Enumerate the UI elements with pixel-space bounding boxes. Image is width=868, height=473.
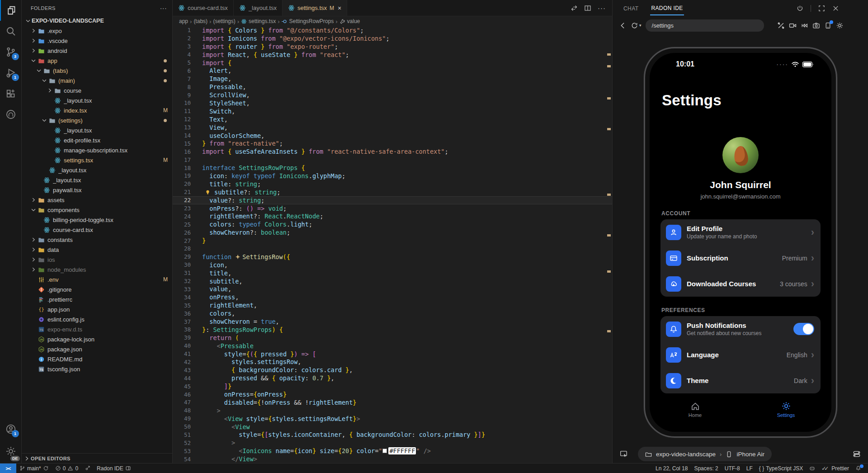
run-debug-icon[interactable]: 1 bbox=[0, 62, 22, 83]
tab-radon-ide[interactable]: RADON IDE bbox=[650, 1, 684, 15]
tree-item-eslint-config-js[interactable]: eslint.config.js bbox=[22, 314, 172, 324]
code-line-37[interactable]: 37 showChevron = true, bbox=[173, 317, 612, 326]
avatar[interactable] bbox=[722, 137, 759, 173]
code-line-40[interactable]: 40 <Pressable bbox=[173, 342, 612, 350]
tree-item-readme-md[interactable]: iREADME.md bbox=[22, 354, 172, 364]
push-notifications-toggle[interactable] bbox=[793, 323, 814, 335]
tree-item-package-lock-json[interactable]: JSpackage-lock.json bbox=[22, 334, 172, 344]
code-line-9[interactable]: 9 ScrollView, bbox=[173, 91, 612, 99]
code-line-29[interactable]: 29function SettingsRow({ bbox=[173, 253, 612, 261]
tree-item-package-json[interactable]: JSpackage.json bbox=[22, 344, 172, 354]
search-icon[interactable] bbox=[0, 21, 22, 42]
breadcrumb-app[interactable]: app bbox=[179, 18, 188, 24]
code-line-51[interactable]: 51 style={[styles.iconContainer, { backg… bbox=[173, 431, 612, 439]
indentation[interactable]: Spaces: 2 bbox=[691, 464, 721, 473]
tab-course-card[interactable]: course-card.tsx bbox=[173, 0, 234, 16]
code-line-30[interactable]: 30 icon, bbox=[173, 261, 612, 269]
tree-item-app[interactable]: app bbox=[22, 56, 172, 66]
tree-item--main-[interactable]: (main) bbox=[22, 76, 172, 85]
tree-item-ios[interactable]: ios bbox=[22, 255, 172, 265]
tree-item--vscode[interactable]: .vscode bbox=[22, 36, 172, 46]
tree-item-assets[interactable]: assets bbox=[22, 195, 172, 205]
tree-item-app-json[interactable]: {}app.json bbox=[22, 304, 172, 314]
formatter-status[interactable]: ✓✓Prettier bbox=[818, 464, 852, 473]
device-selector[interactable]: expo-video-landscape › iPhone Air bbox=[638, 447, 772, 461]
tree-item-course-card-tsx[interactable]: course-card.tsx bbox=[22, 225, 172, 235]
device-status-icon[interactable] bbox=[824, 22, 832, 29]
code-line-28[interactable]: 28 bbox=[173, 245, 612, 253]
more-actions-icon[interactable]: ··· bbox=[598, 4, 606, 12]
code-line-31[interactable]: 31 title, bbox=[173, 269, 612, 277]
code-line-52[interactable]: 52 > bbox=[173, 439, 612, 447]
settings-row-theme[interactable]: ThemeDark› bbox=[660, 368, 821, 393]
eol-sequence[interactable]: LF bbox=[743, 464, 756, 473]
github-icon[interactable] bbox=[0, 104, 22, 125]
code-line-22[interactable]: 22 value?: string; bbox=[173, 196, 612, 204]
screenshot-icon[interactable] bbox=[812, 22, 820, 29]
settings-row-downloaded-courses[interactable]: Downloaded Courses3 courses› bbox=[660, 271, 821, 297]
tree-item--layout-tsx[interactable]: _layout.tsx bbox=[22, 165, 172, 175]
code-line-46[interactable]: 46 onPress={onPress} bbox=[173, 390, 612, 398]
code-line-47[interactable]: 47 disabled={!onPress && !rightElement} bbox=[173, 398, 612, 407]
code-line-34[interactable]: 34 onPress, bbox=[173, 293, 612, 301]
tree-item-settings-tsx[interactable]: settings.tsxM bbox=[22, 155, 172, 165]
replay-icon[interactable] bbox=[801, 22, 808, 29]
language-mode[interactable]: { }TypeScript JSX bbox=[756, 464, 806, 473]
code-line-4[interactable]: 4import React, { useState } from "react"… bbox=[173, 51, 612, 59]
inspect-pointer-icon[interactable] bbox=[620, 450, 628, 458]
code-line-18[interactable]: 18interface SettingsRowProps { bbox=[173, 164, 612, 172]
close-tab-icon[interactable]: × bbox=[338, 5, 341, 12]
code-line-19[interactable]: 19 icon: keyof typeof Ionicons.glyphMap; bbox=[173, 172, 612, 180]
close-panel-icon[interactable] bbox=[832, 5, 839, 12]
device-settings-icon[interactable] bbox=[853, 450, 861, 458]
tab-layout[interactable]: _layout.tsx bbox=[234, 0, 283, 16]
tree-root[interactable]: EXPO-VIDEO-LANDSCAPE bbox=[22, 16, 172, 26]
tree-item--layout-tsx[interactable]: _layout.tsx bbox=[22, 175, 172, 185]
code-line-33[interactable]: 33 value, bbox=[173, 285, 612, 293]
code-line-6[interactable]: 6 Alert, bbox=[173, 66, 612, 75]
open-changes-icon[interactable] bbox=[571, 5, 578, 12]
encoding[interactable]: UTF-8 bbox=[722, 464, 743, 473]
code-line-3[interactable]: 3import { router } from "expo-router"; bbox=[173, 43, 612, 51]
tree-item--layout-tsx[interactable]: _layout.tsx bbox=[22, 95, 172, 105]
account-icon[interactable]: 1 bbox=[0, 419, 22, 440]
code-area[interactable]: 1import { Colors } from "@/constants/Col… bbox=[173, 26, 612, 463]
code-line-12[interactable]: 12 Text, bbox=[173, 115, 612, 123]
remote-indicator[interactable]: >< bbox=[0, 464, 16, 473]
code-line-20[interactable]: 20 title: string; bbox=[173, 180, 612, 188]
code-line-43[interactable]: 43 { backgroundColor: colors.card }, bbox=[173, 366, 612, 374]
phone-screen[interactable]: 10:01 ···· Settings John Squirrel john.s… bbox=[650, 53, 831, 432]
tree-item-billing-period-toggle-tsx[interactable]: billing-period-toggle.tsx bbox=[22, 215, 172, 225]
radon-ide-status[interactable]: Radon IDE bbox=[94, 464, 134, 473]
code-line-5[interactable]: 5import { bbox=[173, 59, 612, 67]
folders-more-icon[interactable]: ··· bbox=[160, 5, 167, 12]
phone-tab-home[interactable]: Home bbox=[650, 401, 741, 425]
tree-item-data[interactable]: data bbox=[22, 245, 172, 255]
tree-item--tabs-[interactable]: (tabs) bbox=[22, 66, 172, 76]
settings-row-subscription[interactable]: SubscriptionPremium› bbox=[660, 245, 821, 271]
code-line-1[interactable]: 1import { Colors } from "@/constants/Col… bbox=[173, 26, 612, 34]
code-line-32[interactable]: 32 subtitle, bbox=[173, 277, 612, 285]
code-line-21[interactable]: 21subtitle?: string; bbox=[173, 188, 612, 196]
code-line-23[interactable]: 23 onPress?: () => void; bbox=[173, 204, 612, 213]
code-line-39[interactable]: 39 return ( bbox=[173, 334, 612, 342]
code-line-25[interactable]: 25 colors: typeof Colors.light; bbox=[173, 220, 612, 228]
tree-item-android[interactable]: android bbox=[22, 46, 172, 56]
code-line-7[interactable]: 7 Image, bbox=[173, 75, 612, 83]
tree-item-constants[interactable]: constants bbox=[22, 235, 172, 245]
tab-chat[interactable]: CHAT bbox=[623, 1, 639, 15]
code-line-24[interactable]: 24 rightElement?: React.ReactNode; bbox=[173, 212, 612, 220]
code-line-17[interactable]: 17 bbox=[173, 156, 612, 164]
fullscreen-icon[interactable] bbox=[818, 5, 825, 12]
tree-item--expo[interactable]: .expo bbox=[22, 26, 172, 36]
power-icon[interactable] bbox=[797, 5, 803, 12]
copilot-icon[interactable] bbox=[806, 464, 818, 473]
code-line-27[interactable]: 27} bbox=[173, 236, 612, 245]
problems-indicator[interactable]: 0 0 bbox=[52, 464, 81, 473]
code-line-42[interactable]: 42 styles.settingsRow, bbox=[173, 358, 612, 366]
code-line-49[interactable]: 49 <View style={styles.settingsRowLeft}> bbox=[173, 415, 612, 423]
code-line-11[interactable]: 11 Switch, bbox=[173, 107, 612, 115]
tree-item--gitignore[interactable]: .gitignore bbox=[22, 284, 172, 294]
code-line-14[interactable]: 14 useColorScheme, bbox=[173, 132, 612, 140]
code-line-44[interactable]: 44 pressed && { opacity: 0.7 }, bbox=[173, 374, 612, 382]
